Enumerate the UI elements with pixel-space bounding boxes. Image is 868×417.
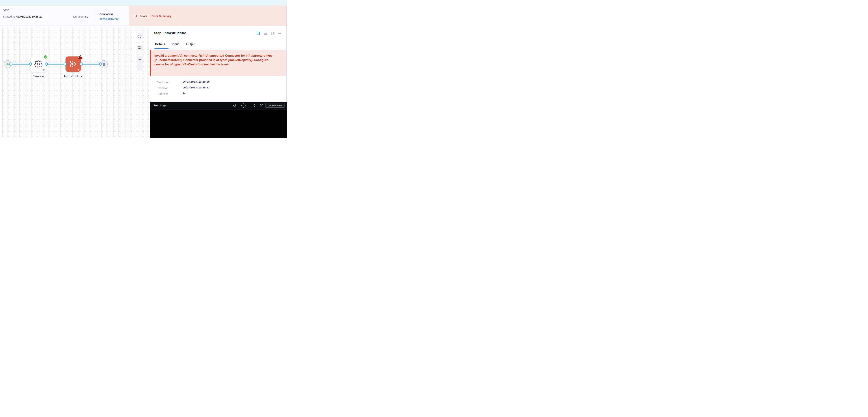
warning-icon: [135, 15, 137, 17]
duration-value: 8s: [85, 15, 88, 18]
step-logs-title: Step Logs: [153, 104, 166, 107]
gear-icon[interactable]: [241, 103, 246, 108]
failure-badge-icon: [78, 54, 83, 59]
error-message-text: Invalid argument(s): connectorRef: Unsup…: [154, 54, 282, 67]
pipeline-edge: [11, 64, 101, 65]
started-at-detail-label: Started at:: [157, 80, 169, 84]
search-icon[interactable]: [233, 104, 237, 107]
started-at-value: 06/03/2023, 10:28:20: [16, 15, 42, 18]
tab-details[interactable]: Details: [155, 42, 165, 46]
fullscreen-icon: [138, 35, 142, 38]
panel-layout-controls: [257, 32, 281, 35]
layout-right-panel-icon[interactable]: [257, 32, 260, 35]
infrastructure-node-label: Infrastructure: [62, 75, 85, 78]
tab-output[interactable]: Output: [186, 42, 195, 46]
right-gutter: [286, 6, 287, 102]
tabs-divider: [150, 49, 287, 49]
port: [45, 63, 48, 66]
services-label: Service(s): [99, 12, 113, 15]
gear-icon: [34, 60, 43, 68]
pipeline-name: satr: [3, 8, 9, 12]
started-at-row: Started at: 06/03/2023, 10:28:20: [3, 15, 42, 18]
port: [64, 63, 67, 66]
canvas-zoom-controls: [137, 56, 143, 71]
duration-label: Duration:: [73, 15, 85, 18]
started-at-detail-value: 06/03/2023, 10:28:26: [183, 80, 210, 83]
layout-bottom-panel-icon[interactable]: [264, 32, 267, 35]
duration-row: Duration: 8s: [73, 15, 88, 18]
error-summary-link[interactable]: Error Summary: [152, 14, 172, 18]
canvas-selection-button[interactable]: [137, 44, 143, 51]
ended-at-detail-label: Ended at:: [157, 86, 168, 90]
success-badge-icon: [43, 55, 48, 59]
code-glyph: </>: [42, 69, 45, 71]
play-icon: [7, 63, 9, 66]
infrastructure-node[interactable]: </>: [65, 57, 81, 72]
code-glyph: </>: [77, 69, 80, 71]
external-link-icon[interactable]: [259, 104, 263, 107]
port: [80, 63, 83, 66]
service-node-label: Service: [27, 75, 50, 78]
port: [9, 63, 12, 66]
error-message-box: Invalid argument(s): connectorRef: Unsup…: [150, 50, 286, 76]
duration-detail-label: Duration:: [157, 92, 168, 95]
canvas-fullscreen-button[interactable]: [137, 33, 143, 39]
execution-header-error-section: FAILED Error Summary: [129, 6, 287, 26]
maximize-icon[interactable]: [251, 104, 255, 107]
stop-icon: [103, 63, 105, 66]
started-at-label: Started at:: [3, 15, 16, 18]
duration-detail-value: 2s: [183, 92, 186, 95]
pipeline-canvas[interactable]: </> Service </> Infrastructure: [0, 27, 149, 138]
step-logs-bar: Step Logs Console View: [150, 102, 287, 109]
step-logs-output-area[interactable]: [150, 109, 287, 138]
service-link[interactable]: serv3HelmChart: [99, 17, 119, 20]
tab-input[interactable]: Input: [172, 42, 179, 46]
step-detail-tabs: Details Input Output: [150, 42, 287, 49]
execution-header-left: satr Started at: 06/03/2023, 10:28:20 Du…: [0, 6, 129, 26]
port: [99, 63, 102, 66]
error-box-accent-bar: [150, 50, 151, 76]
ended-at-detail-value: 06/03/2023, 10:28:27: [183, 86, 210, 89]
minimize-panel-icon[interactable]: [278, 33, 281, 34]
zoom-out-icon[interactable]: [138, 65, 142, 69]
step-panel-title: Step: Infrastructure: [154, 31, 186, 35]
status-badge-label: FAILED: [139, 14, 147, 17]
top-strip: [0, 0, 287, 5]
execution-header: satr Started at: 06/03/2023, 10:28:20 Du…: [0, 6, 287, 26]
zoom-in-icon[interactable]: [138, 58, 142, 61]
service-node[interactable]: </>: [31, 57, 46, 72]
hexagons-icon: [69, 60, 78, 68]
pipeline-execution-page: satr Started at: 06/03/2023, 10:28:20 Du…: [0, 0, 287, 138]
status-badge: FAILED: [133, 14, 149, 18]
layout-minimized-panel-icon[interactable]: [271, 32, 275, 35]
step-details-panel: Step: Infrastructure Details Input Outpu…: [150, 27, 287, 138]
port: [29, 63, 32, 66]
console-view-button[interactable]: Console View: [265, 103, 285, 108]
marquee-select-icon: [138, 46, 142, 49]
